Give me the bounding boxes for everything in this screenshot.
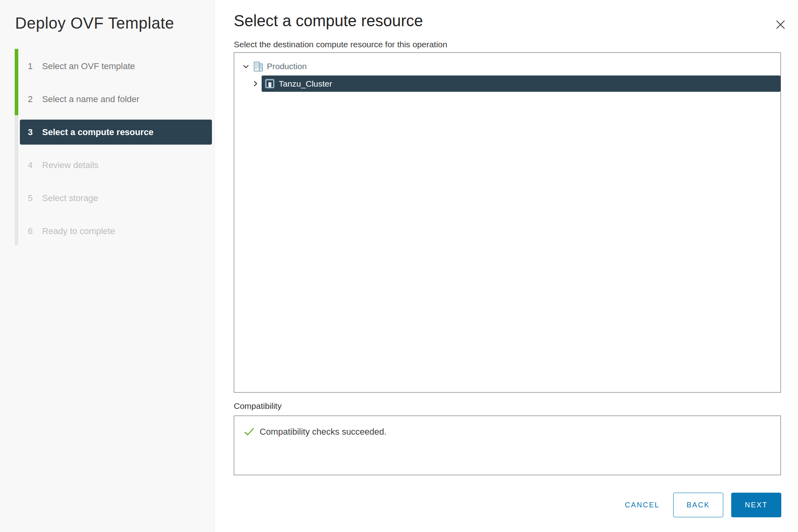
back-button[interactable]: BACK [673,493,723,517]
next-button[interactable]: NEXT [731,493,781,517]
tree-item-label: Production [267,62,307,71]
compatibility-label: Compatibility [234,401,282,411]
step-label: Select a compute resource [42,127,153,137]
step-number: 5 [28,193,37,203]
wizard-sidebar: Deploy OVF Template 1 Select an OVF temp… [0,0,215,532]
wizard-title: Deploy OVF Template [15,14,174,32]
datacenter-icon [253,61,264,72]
step-label: Ready to complete [42,226,115,236]
compatibility-panel: Compatibility checks succeeded. [234,416,781,475]
step-ready-to-complete: 6 Ready to complete [0,215,215,248]
step-select-name-folder[interactable]: 2 Select a name and folder [0,83,215,116]
page-title: Select a compute resource [234,12,423,30]
check-icon [244,426,254,437]
deploy-ovf-wizard: Deploy OVF Template 1 Select an OVF temp… [0,0,798,532]
tree-row-tanzu-cluster[interactable]: Tanzu_Cluster [262,75,781,92]
step-select-compute-resource[interactable]: 3 Select a compute resource [20,120,212,145]
chevron-right-icon[interactable] [252,80,259,87]
step-label: Select storage [42,193,98,203]
tree-row-production[interactable]: Production [234,58,781,74]
step-label: Review details [42,160,99,170]
chevron-down-icon[interactable] [242,63,250,70]
compute-resource-tree: Production Tanzu_Clu [234,52,781,393]
wizard-steps: 1 Select an OVF template 2 Select a name… [0,50,215,248]
step-label: Select an OVF template [42,61,135,72]
compatibility-message: Compatibility checks succeeded. [260,427,386,437]
step-number: 3 [28,127,37,137]
page-subtitle: Select the destination compute resource … [234,40,447,49]
wizard-content: Select a compute resource Select the des… [215,0,798,532]
step-number: 1 [28,61,37,72]
close-icon [774,18,787,31]
step-select-storage: 5 Select storage [0,182,215,215]
cancel-button[interactable]: CANCEL [619,493,665,517]
tree-item-label: Tanzu_Cluster [279,79,332,89]
tree-row-cluster-wrap: Tanzu_Cluster [234,75,781,92]
step-select-ovf-template[interactable]: 1 Select an OVF template [0,50,215,83]
step-number: 4 [28,160,37,170]
compatibility-status-row: Compatibility checks succeeded. [244,426,781,437]
close-button[interactable] [774,18,787,31]
step-review-details: 4 Review details [0,149,215,182]
step-number: 2 [28,94,37,104]
step-label: Select a name and folder [42,94,140,104]
step-number: 6 [28,226,37,236]
wizard-actions: CANCEL BACK NEXT [619,493,781,517]
cluster-icon [264,78,275,89]
